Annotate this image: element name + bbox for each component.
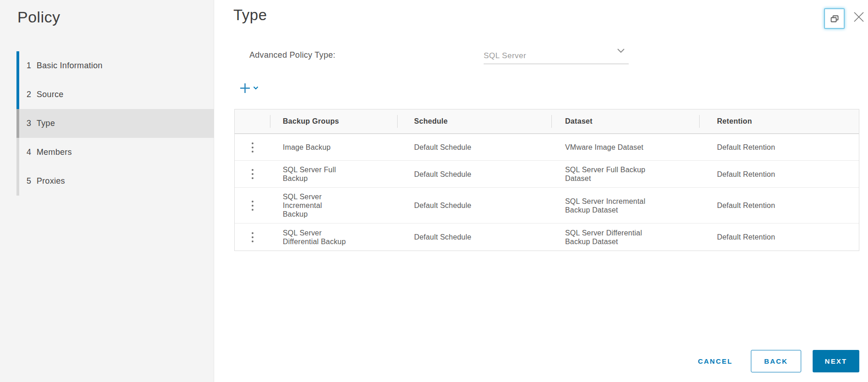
sidebar-item-source[interactable]: 2 Source bbox=[16, 80, 214, 109]
row-actions-kebab-icon[interactable] bbox=[249, 198, 256, 213]
backup-groups-table: Backup Groups Schedule Dataset Retention… bbox=[234, 109, 859, 251]
table-row: SQL Server Full Backup Default Schedule … bbox=[235, 160, 859, 187]
cell-retention: Default Retention bbox=[699, 224, 859, 251]
cell-dataset: SQL Server Incremental Backup Dataset bbox=[551, 188, 699, 223]
plus-icon bbox=[240, 83, 250, 93]
cell-dataset: SQL Server Differential Backup Dataset bbox=[551, 224, 699, 251]
row-actions-kebab-icon[interactable] bbox=[249, 166, 256, 182]
cell-retention: Default Retention bbox=[699, 161, 859, 187]
row-actions-kebab-icon[interactable] bbox=[249, 229, 256, 245]
table-header-actions bbox=[235, 109, 270, 133]
wizard-footer: CANCEL BACK NEXT bbox=[698, 350, 859, 372]
table-row: SQL Server Differential Backup Default S… bbox=[235, 223, 859, 251]
cell-schedule: Default Schedule bbox=[397, 161, 551, 187]
step-label: Source bbox=[37, 90, 64, 99]
step-number: 1 bbox=[27, 61, 37, 71]
back-button[interactable]: BACK bbox=[751, 350, 801, 372]
table-header-retention: Retention bbox=[699, 109, 859, 133]
cell-schedule: Default Schedule bbox=[397, 224, 551, 251]
step-label: Type bbox=[37, 119, 55, 128]
close-dialog-button[interactable] bbox=[852, 10, 866, 24]
cell-dataset: VMware Image Dataset bbox=[551, 134, 699, 160]
advanced-policy-type-select[interactable]: SQL Server bbox=[484, 44, 629, 64]
policy-wizard-dialog: Policy 1 Basic Information 2 Source 3 Ty… bbox=[0, 0, 868, 382]
page-title: Type bbox=[233, 6, 267, 24]
next-button[interactable]: NEXT bbox=[813, 350, 859, 372]
step-number: 5 bbox=[27, 176, 37, 186]
cell-retention: Default Retention bbox=[699, 188, 859, 223]
cell-schedule: Default Schedule bbox=[397, 134, 551, 160]
wizard-sidebar: Policy 1 Basic Information 2 Source 3 Ty… bbox=[0, 0, 214, 382]
table-row: SQL Server Incremental Backup Default Sc… bbox=[235, 187, 859, 223]
step-number: 4 bbox=[27, 147, 37, 157]
advanced-policy-type-value: SQL Server bbox=[484, 51, 526, 60]
step-label: Members bbox=[37, 147, 72, 157]
dialog-title: Policy bbox=[17, 8, 60, 26]
wizard-step-list: 1 Basic Information 2 Source 3 Type 4 Me… bbox=[16, 51, 214, 196]
sidebar-item-proxies[interactable]: 5 Proxies bbox=[16, 167, 214, 196]
cell-backup-group: Image Backup bbox=[270, 134, 397, 160]
maximize-window-button[interactable] bbox=[824, 8, 845, 29]
table-header-row: Backup Groups Schedule Dataset Retention bbox=[235, 109, 859, 134]
advanced-policy-type-label: Advanced Policy Type: bbox=[249, 50, 335, 60]
table-header-backup-groups: Backup Groups bbox=[270, 109, 397, 133]
table-row: Image Backup Default Schedule VMware Ima… bbox=[235, 134, 859, 160]
sidebar-item-basic-information[interactable]: 1 Basic Information bbox=[16, 51, 214, 80]
cell-schedule: Default Schedule bbox=[397, 188, 551, 223]
cell-retention: Default Retention bbox=[699, 134, 859, 160]
cancel-button[interactable]: CANCEL bbox=[698, 357, 733, 365]
chevron-down-icon bbox=[617, 47, 625, 55]
add-backup-group-button[interactable] bbox=[240, 80, 266, 96]
step-number: 2 bbox=[27, 90, 37, 99]
chevron-down-icon bbox=[253, 86, 259, 90]
table-header-dataset: Dataset bbox=[551, 109, 699, 133]
cell-backup-group: SQL Server Incremental Backup bbox=[270, 188, 397, 223]
row-actions-kebab-icon[interactable] bbox=[249, 140, 256, 155]
table-header-schedule: Schedule bbox=[397, 109, 551, 133]
close-icon bbox=[853, 11, 865, 23]
step-label: Basic Information bbox=[37, 61, 102, 71]
cell-dataset: SQL Server Full Backup Dataset bbox=[551, 161, 699, 187]
step-label: Proxies bbox=[37, 176, 65, 186]
cell-backup-group: SQL Server Differential Backup bbox=[270, 224, 397, 251]
sidebar-item-type[interactable]: 3 Type bbox=[16, 109, 214, 138]
step-number: 3 bbox=[27, 119, 37, 128]
cell-backup-group: SQL Server Full Backup bbox=[270, 161, 397, 187]
window-restore-icon bbox=[829, 13, 840, 24]
sidebar-item-members[interactable]: 4 Members bbox=[16, 138, 214, 167]
